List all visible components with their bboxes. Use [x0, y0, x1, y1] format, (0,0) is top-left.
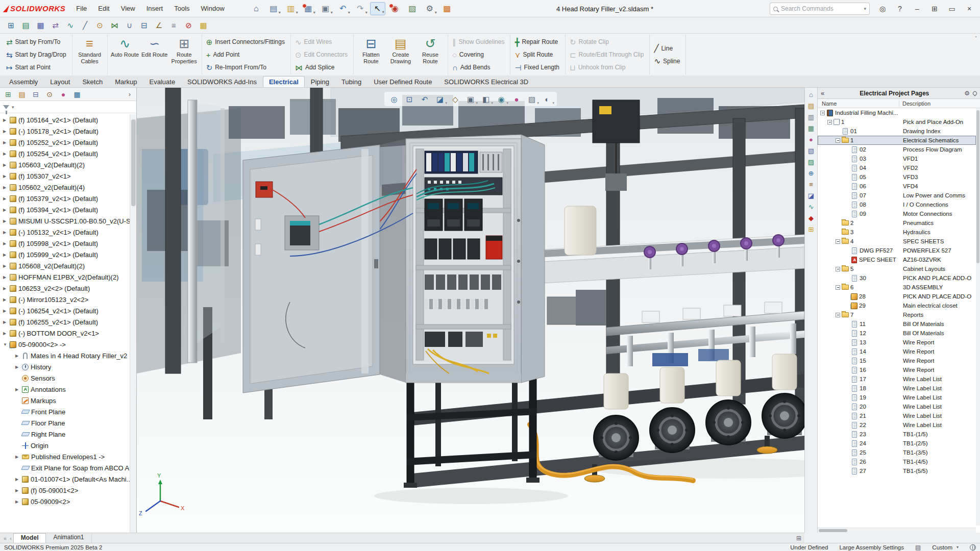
quick-access-button[interactable]: ⚙ [422, 2, 437, 15]
search-commands-box[interactable]: Search Commands ▾ [770, 3, 870, 15]
project-page-row[interactable]: 4 SPEC SHEETS [818, 237, 976, 246]
panel-flyout-chevron[interactable]: › [125, 91, 134, 98]
feature-tree-item[interactable]: (-) 106254_v2<1> (Default) [0, 305, 130, 316]
ribbon-button[interactable]: ⊟ Flatten Route [356, 35, 386, 74]
quick-access-button[interactable]: ↶ [335, 2, 351, 15]
quick-access-button[interactable]: ↖ [370, 2, 385, 15]
command-tab[interactable]: Sketch [76, 76, 109, 87]
document-tab[interactable]: Model [13, 533, 46, 543]
ribbon-button[interactable]: + Add Point [205, 48, 288, 61]
feature-tree-item[interactable]: Sensors [0, 372, 130, 384]
window-control-button[interactable]: ⊞ [926, 1, 943, 16]
feature-tree-item[interactable]: 05-09000<2> -> [0, 339, 130, 350]
expand-arrow-icon[interactable] [3, 253, 8, 257]
expand-arrow-icon[interactable] [3, 241, 8, 246]
task-pane-tab[interactable]: ▥ [806, 112, 816, 122]
feature-tree-filter[interactable]: ▾ [0, 101, 136, 113]
project-page-row[interactable]: 11 Bill Of Materials [818, 319, 976, 329]
feature-tree-item[interactable]: Markups [0, 395, 130, 406]
feature-tree-scrollbar[interactable] [130, 114, 136, 533]
tree-expander-icon[interactable] [836, 239, 840, 244]
ribbon-button[interactable]: ∿ Auto Route [110, 35, 140, 74]
expand-arrow-icon[interactable] [3, 129, 8, 134]
project-page-row[interactable]: 29 Main electrical closet [818, 301, 976, 310]
project-page-row[interactable]: 6 3D ASSEMBLY [818, 283, 976, 292]
project-page-row[interactable]: 15 Wire Report [818, 356, 976, 365]
panel-tab-button[interactable]: ▦ [71, 89, 83, 100]
feature-tree-item[interactable]: Exit Plane for Soap from ABCO A... [0, 462, 130, 473]
expand-arrow-icon[interactable] [3, 331, 8, 336]
tab-options-icon[interactable]: ⊞ [796, 535, 801, 542]
name-column-header[interactable]: Name [818, 101, 899, 107]
expand-arrow-icon[interactable] [3, 174, 8, 179]
window-control-button[interactable]: ◎ [874, 1, 891, 16]
units-caret-icon[interactable]: ▾ [957, 545, 959, 549]
ribbon-button[interactable]: ∽ Edit Route [140, 35, 169, 74]
expand-arrow-icon[interactable] [15, 387, 20, 392]
panel-tab-button[interactable]: ⊟ [30, 89, 42, 100]
expand-arrow-icon[interactable] [3, 185, 8, 190]
feature-tree-item[interactable]: (-) BOTTOM DOOR_v2<1> [0, 328, 130, 339]
view-toolbar-button[interactable]: ◪ [433, 93, 447, 105]
task-pane-tab[interactable]: ▧ [806, 146, 816, 156]
quick-access-button[interactable]: ▥ [283, 2, 299, 15]
tab-scroll-left-icon[interactable]: ‹ [8, 535, 13, 541]
quick-access-button[interactable]: ↷ [353, 2, 368, 15]
task-pane-tab[interactable]: ⊕ [806, 168, 816, 178]
scrollbar-thumb[interactable] [819, 529, 847, 532]
quick-access-button[interactable]: ▩ [439, 2, 455, 15]
project-page-row[interactable]: 09 Motor Connections [818, 209, 976, 218]
ribbon-button[interactable]: ⇆ Start by Drag/Drop [5, 48, 69, 61]
project-page-row[interactable]: 24 TB1-(2/5) [818, 439, 976, 448]
tree-expander-icon[interactable] [827, 120, 832, 124]
description-column-header[interactable]: Description [899, 101, 930, 107]
project-page-row[interactable]: 19 Wire Label List [818, 393, 976, 402]
ribbon-button[interactable]: ╋ Repair Route [513, 36, 562, 48]
command-tab[interactable]: Markup [109, 76, 143, 87]
command-tab[interactable]: Tubing [335, 76, 368, 87]
ribbon-button[interactable]: ≡ Standard Cables [75, 35, 105, 74]
search-caret-icon[interactable]: ▾ [864, 6, 866, 11]
feature-tree-item[interactable]: (f) 106255_v2<1> (Default) [0, 316, 130, 328]
ribbon-button[interactable]: ↻ Rotate Clip [568, 36, 647, 48]
expand-arrow-icon[interactable] [15, 365, 20, 369]
expand-arrow-icon[interactable] [15, 455, 20, 459]
expand-arrow-icon[interactable] [3, 163, 8, 167]
feature-tree-item[interactable]: MISUMI U-SSCSP1.00-B0.50_v2(U-SSC [0, 215, 130, 227]
quick-access-button[interactable]: ▦ [301, 2, 316, 15]
quick-access-button[interactable]: ▨ [405, 2, 420, 15]
quick-access-button[interactable]: ⌂ [249, 2, 264, 15]
electrical-toolbar-button[interactable]: ▦ [197, 19, 210, 32]
project-page-row[interactable]: 02 Process Flow Diagram [818, 145, 976, 154]
panel-tab-button[interactable]: ⊙ [43, 89, 56, 100]
filter-caret-icon[interactable]: ▾ [12, 105, 14, 110]
command-tab[interactable]: SOLIDWORKS Electrical 3D [438, 76, 534, 87]
electrical-toolbar-button[interactable]: ⊟ [137, 19, 151, 32]
panel-settings-gear-icon[interactable]: ⚙ [964, 90, 970, 97]
project-page-row[interactable]: 17 Wire Label List [818, 374, 976, 384]
project-page-row[interactable]: 25 TB1-(3/5) [818, 448, 976, 457]
project-pages-hscrollbar[interactable] [818, 528, 976, 533]
tree-expander-icon[interactable] [836, 138, 840, 143]
ribbon-button[interactable]: ⊞ Route Properties [169, 35, 199, 74]
ribbon-button[interactable]: ↺ Reuse Route [415, 35, 445, 74]
task-pane-tab[interactable]: ⊞ [806, 224, 816, 234]
electrical-toolbar-button[interactable]: ⊙ [93, 19, 107, 32]
menu-item[interactable]: View [115, 0, 141, 17]
expand-arrow-icon[interactable] [3, 297, 8, 302]
menu-item[interactable]: Window [195, 0, 230, 17]
tree-expander-icon[interactable] [836, 267, 840, 271]
menu-item[interactable]: Tools [168, 0, 195, 17]
panel-collapse-icon[interactable]: « [821, 89, 824, 97]
project-page-row[interactable]: 20 Wire Label List [818, 402, 976, 411]
feature-tree-item[interactable]: (f) 105164_v2<1> (Default) [0, 114, 130, 126]
command-tab[interactable]: Electrical [263, 76, 305, 87]
electrical-toolbar-button[interactable]: ▦ [34, 19, 47, 32]
ribbon-button[interactable]: ∩ Add Bends [451, 61, 508, 74]
electrical-toolbar-button[interactable]: ∠ [152, 19, 166, 32]
task-pane-tab[interactable]: ⌂ [806, 90, 816, 99]
ribbon-button[interactable]: ∥ Show Guidelines [451, 36, 508, 48]
web-status-globe-icon[interactable] [970, 544, 976, 550]
feature-tree-item[interactable]: (f) 105254_v2<1> (Default) [0, 148, 130, 159]
expand-arrow-icon[interactable] [3, 196, 8, 201]
